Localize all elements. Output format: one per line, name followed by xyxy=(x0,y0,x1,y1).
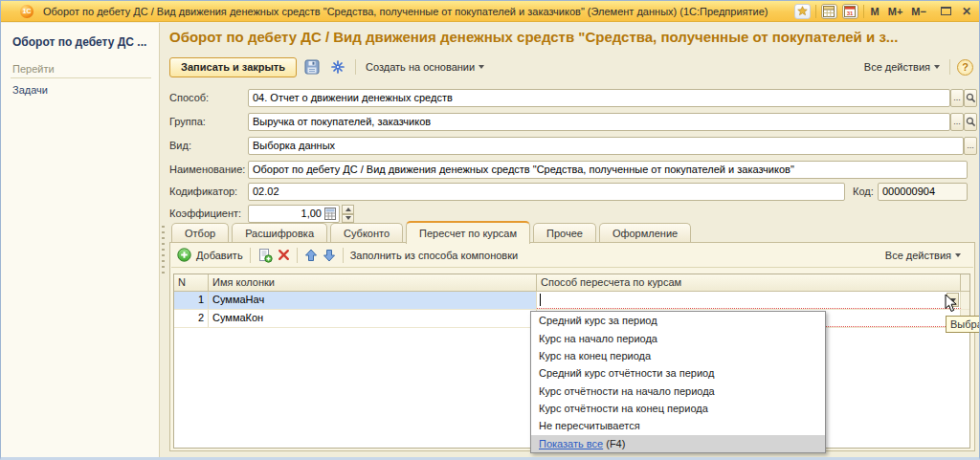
memory-m-plus-button[interactable]: M+ xyxy=(886,6,905,17)
cell-name[interactable]: СуммаНач xyxy=(209,292,537,309)
column-header-method[interactable]: Способ пересчета по курсам xyxy=(537,274,961,291)
stepper-up-button[interactable] xyxy=(342,205,354,214)
app-window: 1С Оборот по дебету ДС / Вид движения де… xyxy=(0,0,980,460)
gruppa-input[interactable]: Выручка от покупателей, заказчиков xyxy=(248,113,950,131)
app-logo-icon: 1С xyxy=(20,5,33,18)
create-based-label: Создать на основании xyxy=(366,61,475,73)
add-button[interactable]: Добавить xyxy=(196,250,243,261)
sposob-ellipsis-button[interactable]: ... xyxy=(950,89,964,107)
fill-from-layout-button[interactable]: Заполнить из способа компоновки xyxy=(350,250,519,261)
triangle-up-icon xyxy=(345,208,351,211)
tab-pereschet-po-kursam[interactable]: Пересчет по курсам xyxy=(406,221,530,244)
tab-oformlenie[interactable]: Оформление xyxy=(599,223,691,243)
magnifier-icon xyxy=(966,93,976,103)
save-icon[interactable] xyxy=(301,57,323,77)
memory-m-button[interactable]: M xyxy=(869,6,881,17)
method-edit-cell[interactable] xyxy=(537,292,961,309)
all-actions-label: Все действия xyxy=(864,61,930,73)
magnifier-icon xyxy=(966,117,976,127)
favorites-star-icon[interactable] xyxy=(794,4,811,19)
kod-label: Код: xyxy=(853,183,874,201)
kodifikator-label: Кодификатор: xyxy=(169,183,237,201)
add-icon[interactable] xyxy=(177,248,191,262)
cell-n[interactable]: 1 xyxy=(174,292,209,309)
tab-subkonto[interactable]: Субконто xyxy=(330,223,403,243)
naimenovanie-input[interactable]: Оборот по дебету ДС / Вид движения денеж… xyxy=(248,161,968,179)
table-icon[interactable] xyxy=(821,4,837,19)
calculator-icon[interactable] xyxy=(324,208,336,220)
column-header-name[interactable]: Имя колонки xyxy=(209,274,537,291)
vid-ellipsis-button[interactable]: ... xyxy=(964,137,977,155)
tab-otbor[interactable]: Отбор xyxy=(171,223,229,243)
create-based-button[interactable]: Создать на основании xyxy=(363,61,487,73)
vid-input[interactable]: Выборка данных xyxy=(248,137,964,155)
dropdown-item[interactable]: Не пересчитывается xyxy=(531,417,825,434)
toolbar-separator xyxy=(297,248,298,263)
svg-text:31: 31 xyxy=(847,10,854,15)
dropdown-item[interactable]: Курс отчётности на начало периода xyxy=(531,383,825,400)
dropdown-item[interactable]: Курс отчётности на конец периода xyxy=(531,400,825,417)
naimenovanie-label: Наименование: xyxy=(169,161,245,179)
show-all-link[interactable]: Показать все xyxy=(539,438,603,449)
tab-rasshifrovka[interactable]: Расшифровка xyxy=(232,223,327,243)
sposob-input[interactable]: 04. Отчет о движении денежных средств xyxy=(248,89,950,107)
grid-all-actions-label: Все действия xyxy=(885,250,951,261)
triangle-down-icon xyxy=(345,216,351,220)
mouse-cursor xyxy=(945,294,958,313)
dropdown-item-show-all[interactable]: Показать все (F4) xyxy=(531,435,825,452)
sidebar-divider xyxy=(11,77,151,78)
text-caret xyxy=(540,294,541,306)
titlebar-separator xyxy=(863,5,864,18)
all-actions-button[interactable]: Все действия xyxy=(861,61,943,73)
table-row[interactable]: 1 СуммаНач xyxy=(174,292,969,310)
sposob-search-button[interactable] xyxy=(964,89,977,107)
splitter-grip[interactable] xyxy=(162,226,165,277)
sparkle-icon[interactable] xyxy=(327,57,348,77)
vid-label: Вид: xyxy=(169,137,191,155)
grid-header-row: N Имя колонки Способ пересчета по курсам xyxy=(174,274,969,292)
maximize-button[interactable] xyxy=(941,7,951,15)
toolbar-separator xyxy=(355,59,356,75)
copy-add-icon[interactable] xyxy=(257,248,273,263)
gruppa-search-button[interactable] xyxy=(964,113,977,131)
tab-prochee[interactable]: Прочее xyxy=(533,223,596,243)
title-bar: 1С Оборот по дебету ДС / Вид движения де… xyxy=(1,1,979,22)
chevron-down-icon xyxy=(479,65,484,69)
dropdown-item[interactable]: Курс на начало периода xyxy=(531,329,825,346)
move-up-icon[interactable] xyxy=(304,249,318,262)
kodifikator-input[interactable]: 02.02 xyxy=(248,183,845,201)
command-bar: Записать и закрыть Создать на основании … xyxy=(169,55,973,79)
memory-m-minus-button[interactable]: M− xyxy=(909,6,928,17)
close-button[interactable]: ✕ xyxy=(962,5,971,18)
dropdown-item[interactable]: Средний курс отчётности за период xyxy=(531,364,825,382)
titlebar-separator xyxy=(815,5,816,18)
gruppa-ellipsis-button[interactable]: ... xyxy=(950,113,964,131)
window-title: Оборот по дебету ДС / Вид движения денеж… xyxy=(43,6,789,17)
column-header-n[interactable]: N xyxy=(174,274,209,291)
show-all-hotkey: (F4) xyxy=(603,438,625,449)
tab-strip: Отбор Расшифровка Субконто Пересчет по к… xyxy=(171,221,691,243)
toolbar-separator xyxy=(343,248,344,263)
grid-all-actions-button[interactable]: Все действия xyxy=(882,250,964,261)
sidebar-title: Оборот по дебету ДС ... xyxy=(12,35,146,49)
dropdown-item[interactable]: Средний курс за период xyxy=(531,312,825,329)
sidebar-link-tasks[interactable]: Задачи xyxy=(12,84,48,96)
sidebar-section-label: Перейти xyxy=(12,63,55,75)
move-down-icon[interactable] xyxy=(323,249,336,262)
gruppa-label: Группа: xyxy=(169,113,206,131)
sposob-label: Способ: xyxy=(169,89,209,107)
toolbar-separator xyxy=(250,248,251,263)
tooltip: Выбрать xyxy=(946,316,980,333)
kod-input: 000000904 xyxy=(878,183,968,201)
grid-toolbar: Добавить Заполнить из способа компоновки… xyxy=(171,243,973,268)
delete-icon[interactable] xyxy=(278,249,290,261)
cell-name[interactable]: СуммаКон xyxy=(209,310,537,327)
scrollbar-track[interactable] xyxy=(961,274,969,291)
cell-n[interactable]: 2 xyxy=(174,310,209,327)
help-button[interactable]: ? xyxy=(957,59,973,76)
dropdown-item[interactable]: Курс на конец периода xyxy=(531,347,825,364)
calendar-icon[interactable]: 31 xyxy=(842,4,858,19)
scrollbar-track[interactable] xyxy=(961,292,969,309)
sidebar: Оборот по дебету ДС ... Перейти Задачи xyxy=(1,23,160,457)
save-close-button[interactable]: Записать и закрыть xyxy=(169,57,297,77)
